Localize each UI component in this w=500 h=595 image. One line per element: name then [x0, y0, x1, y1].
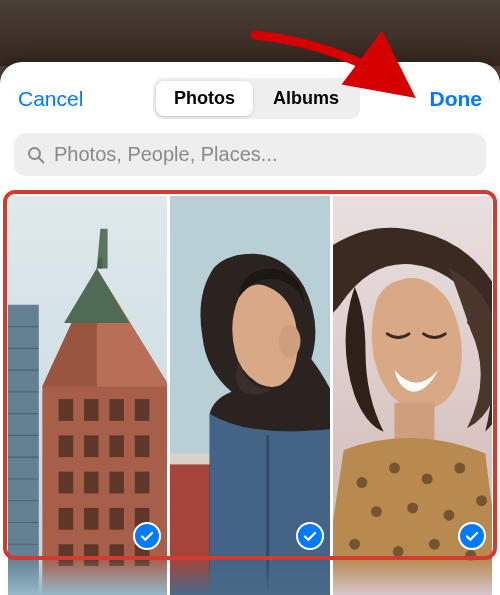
- svg-rect-33: [135, 472, 150, 494]
- svg-line-1: [39, 158, 44, 163]
- photo-tile-2[interactable]: [170, 196, 329, 595]
- svg-rect-28: [109, 435, 124, 457]
- svg-point-51: [421, 473, 432, 484]
- svg-point-58: [392, 546, 403, 557]
- svg-rect-26: [59, 435, 74, 457]
- svg-rect-31: [84, 472, 99, 494]
- background-blur: [0, 0, 500, 66]
- svg-point-54: [407, 503, 418, 514]
- svg-point-53: [371, 506, 382, 517]
- search-icon: [26, 145, 46, 165]
- selection-check-icon: [296, 522, 324, 550]
- svg-point-45: [279, 325, 301, 358]
- svg-rect-27: [84, 435, 99, 457]
- svg-rect-48: [394, 403, 434, 443]
- svg-rect-35: [84, 508, 99, 530]
- svg-rect-30: [59, 472, 74, 494]
- cancel-button[interactable]: Cancel: [18, 87, 83, 111]
- svg-rect-24: [109, 399, 124, 421]
- svg-rect-36: [109, 508, 124, 530]
- svg-rect-23: [84, 399, 99, 421]
- photo-tile-3[interactable]: [333, 196, 492, 595]
- segment-photos[interactable]: Photos: [156, 81, 253, 116]
- photo-picker-sheet: Cancel Photos Albums Done: [0, 62, 500, 595]
- svg-point-55: [443, 510, 454, 521]
- photo-grid: [8, 196, 492, 595]
- svg-rect-34: [59, 508, 74, 530]
- svg-point-59: [429, 539, 440, 550]
- photo-tile-1[interactable]: [8, 196, 167, 595]
- svg-rect-25: [135, 399, 150, 421]
- next-row-peek: [8, 559, 492, 595]
- sheet-header: Cancel Photos Albums Done: [0, 62, 500, 133]
- svg-point-56: [476, 495, 487, 506]
- segment-albums[interactable]: Albums: [255, 81, 357, 116]
- svg-point-57: [349, 539, 360, 550]
- svg-point-50: [389, 463, 400, 474]
- svg-rect-22: [59, 399, 74, 421]
- done-button[interactable]: Done: [429, 87, 482, 111]
- search-input[interactable]: [54, 143, 474, 166]
- selection-check-icon: [458, 522, 486, 550]
- svg-rect-32: [109, 472, 124, 494]
- svg-point-49: [356, 477, 367, 488]
- svg-rect-29: [135, 435, 150, 457]
- svg-point-52: [454, 463, 465, 474]
- view-segmented-control[interactable]: Photos Albums: [153, 78, 360, 119]
- search-field[interactable]: [14, 133, 486, 176]
